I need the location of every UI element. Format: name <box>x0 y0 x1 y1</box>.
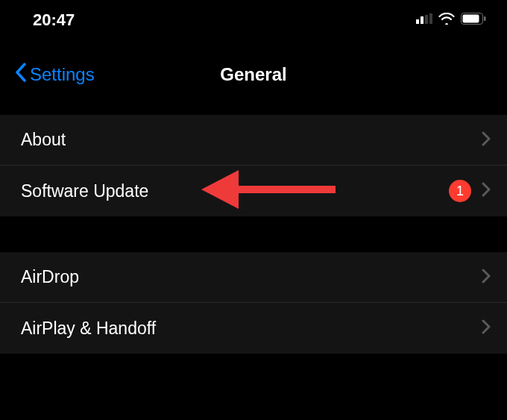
row-airplay-handoff[interactable]: AirPlay & Handoff <box>0 303 507 354</box>
annotation-arrow-icon <box>201 167 350 215</box>
svg-rect-2 <box>425 15 428 24</box>
chevron-left-icon <box>15 63 27 87</box>
cellular-signal-icon <box>416 13 432 27</box>
status-icons <box>416 13 486 28</box>
back-label: Settings <box>30 64 95 85</box>
wifi-icon <box>438 13 455 28</box>
row-airdrop[interactable]: AirDrop <box>0 252 507 303</box>
status-time: 20:47 <box>33 10 75 30</box>
svg-rect-6 <box>484 16 486 21</box>
row-label: Software Update <box>21 181 148 201</box>
chevron-right-icon <box>482 269 491 286</box>
page-title: General <box>220 64 286 85</box>
nav-bar: Settings General <box>0 52 507 97</box>
section-spacer <box>0 216 507 252</box>
row-label: About <box>21 130 66 150</box>
battery-icon <box>461 13 486 28</box>
row-label: AirDrop <box>21 267 79 287</box>
list-group-sharing: AirDrop AirPlay & Handoff <box>0 252 507 354</box>
svg-marker-7 <box>201 170 239 209</box>
notification-badge: 1 <box>449 180 471 202</box>
svg-rect-3 <box>429 13 432 24</box>
row-software-update[interactable]: Software Update 1 <box>0 166 507 216</box>
list-group-device: About Software Update 1 <box>0 115 507 216</box>
svg-rect-0 <box>416 19 419 24</box>
svg-rect-1 <box>421 16 423 24</box>
chevron-right-icon <box>482 319 491 337</box>
back-button[interactable]: Settings <box>15 63 95 87</box>
row-about[interactable]: About <box>0 115 507 166</box>
row-label: AirPlay & Handoff <box>21 319 156 339</box>
svg-rect-5 <box>463 15 479 23</box>
svg-rect-8 <box>239 186 336 193</box>
chevron-right-icon <box>482 131 491 149</box>
chevron-right-icon <box>482 182 491 200</box>
status-bar: 20:47 <box>0 0 507 37</box>
